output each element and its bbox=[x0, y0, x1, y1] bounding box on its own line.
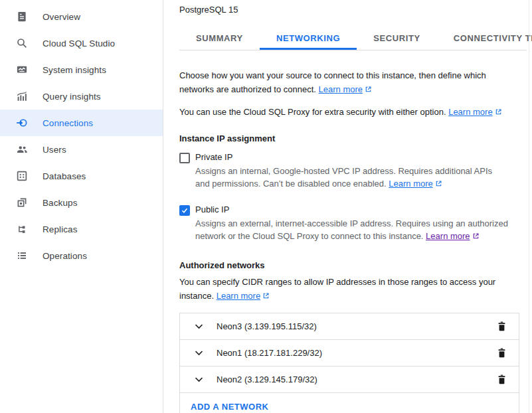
expand-network-button[interactable] bbox=[191, 345, 207, 361]
public-ip-label[interactable]: Public IP bbox=[195, 205, 527, 214]
databases-icon bbox=[16, 170, 28, 182]
sidebar-item-label: Backups bbox=[43, 198, 77, 208]
private-ip-option: Private IP Assigns an internal, Google-h… bbox=[179, 152, 527, 190]
authorized-networks-heading: Authorized networks bbox=[179, 260, 527, 270]
networking-intro-text: Choose how you want your source to conne… bbox=[179, 68, 510, 96]
sidebar-item-system-insights[interactable]: System insights bbox=[0, 56, 163, 83]
proxy-intro-text: You can use the Cloud SQL Proxy for extr… bbox=[179, 105, 527, 119]
chevron-down-icon bbox=[193, 321, 205, 332]
learn-more-link[interactable]: Learn more bbox=[319, 84, 363, 94]
sidebar-item-replicas[interactable]: Replicas bbox=[0, 216, 163, 242]
scrollbar-track-edge bbox=[529, 0, 529, 413]
sidebar-item-label: Query insights bbox=[43, 92, 101, 102]
tab-networking[interactable]: NETWORKING bbox=[260, 29, 357, 50]
sidebar-item-label: Replicas bbox=[43, 224, 78, 234]
sidebar-item-users[interactable]: Users bbox=[0, 136, 163, 163]
private-ip-description: Assigns an internal, Google-hosted VPC I… bbox=[195, 165, 506, 190]
instance-version-label: PostgreSQL 15 bbox=[179, 5, 527, 15]
trash-icon bbox=[496, 374, 507, 385]
sidebar-item-cloud-sql-studio[interactable]: Cloud SQL Studio bbox=[0, 30, 163, 56]
add-network-button[interactable]: ADD A NETWORK bbox=[191, 402, 268, 412]
network-name: Neon2 (3.129.145.179/32) bbox=[217, 374, 317, 384]
private-ip-checkbox[interactable] bbox=[179, 153, 190, 163]
delete-network-button[interactable] bbox=[493, 319, 509, 335]
delete-network-button[interactable] bbox=[493, 345, 509, 361]
public-ip-option: Public IP Assigns an external, internet-… bbox=[179, 205, 527, 242]
chevron-down-icon bbox=[193, 374, 205, 385]
sidebar-item-query-insights[interactable]: Query insights bbox=[0, 83, 163, 110]
learn-more-link[interactable]: Learn more bbox=[217, 291, 260, 301]
trash-icon bbox=[496, 321, 507, 332]
sidebar-item-label: Operations bbox=[43, 251, 87, 261]
external-link-icon bbox=[495, 108, 502, 116]
backups-icon bbox=[16, 197, 28, 208]
network-name: Neon1 (18.217.181.229/32) bbox=[217, 348, 322, 358]
add-network-row: ADD A NETWORK bbox=[180, 393, 519, 413]
expand-network-button[interactable] bbox=[191, 319, 207, 335]
sidebar-item-backups[interactable]: Backups bbox=[0, 189, 163, 216]
external-link-icon bbox=[262, 292, 270, 299]
external-link-icon bbox=[472, 232, 480, 240]
sidebar-item-label: Databases bbox=[43, 171, 86, 181]
system-insights-icon bbox=[16, 64, 28, 76]
private-ip-label[interactable]: Private IP bbox=[195, 152, 506, 162]
network-row: Neon3 (3.139.195.115/32) bbox=[180, 313, 519, 340]
public-ip-checkbox[interactable] bbox=[179, 205, 190, 216]
network-row: Neon1 (18.217.181.229/32) bbox=[180, 340, 519, 367]
sidebar-item-databases[interactable]: Databases bbox=[0, 163, 163, 189]
sidebar-item-label: System insights bbox=[43, 65, 106, 75]
sidebar-item-label: Connections bbox=[43, 118, 93, 128]
authorized-networks-description: You can specify CIDR ranges to allow IP … bbox=[179, 275, 509, 303]
description-text: Assigns an internal, Google-hosted VPC I… bbox=[195, 166, 492, 189]
operations-icon bbox=[16, 250, 28, 262]
sidebar-item-label: Cloud SQL Studio bbox=[43, 39, 115, 48]
search-icon bbox=[16, 37, 28, 49]
replicas-icon bbox=[16, 223, 28, 235]
network-name: Neon3 (3.139.195.115/32) bbox=[217, 321, 317, 331]
query-insights-icon bbox=[16, 90, 28, 102]
tab-security[interactable]: SECURITY bbox=[357, 29, 437, 50]
public-ip-description: Assigns an external, internet-accessible… bbox=[195, 217, 527, 242]
sidebar-item-operations[interactable]: Operations bbox=[0, 242, 163, 269]
tab-summary[interactable]: SUMMARY bbox=[179, 29, 260, 50]
sidebar-item-label: Users bbox=[43, 145, 66, 155]
sidebar: Overview Cloud SQL Studio System insight… bbox=[0, 0, 163, 413]
external-link-icon bbox=[435, 180, 442, 187]
external-link-icon bbox=[365, 86, 372, 93]
authorized-networks-list: Neon3 (3.139.195.115/32) Neon1 (18.217.1… bbox=[179, 313, 519, 413]
delete-network-button[interactable] bbox=[493, 372, 509, 388]
learn-more-link[interactable]: Learn more bbox=[426, 231, 470, 241]
intro-text: You can use the Cloud SQL Proxy for extr… bbox=[179, 107, 446, 117]
connections-icon bbox=[16, 117, 28, 129]
expand-network-button[interactable] bbox=[191, 372, 207, 388]
sidebar-item-overview[interactable]: Overview bbox=[0, 3, 163, 30]
tab-connectivity-tests[interactable]: CONNECTIVITY TESTS bbox=[437, 29, 532, 50]
learn-more-link[interactable]: Learn more bbox=[389, 179, 432, 189]
chevron-down-icon bbox=[193, 347, 205, 359]
sidebar-item-connections[interactable]: Connections bbox=[0, 110, 163, 136]
tab-bar: SUMMARY NETWORKING SECURITY CONNECTIVITY… bbox=[179, 29, 527, 50]
instance-ip-assignment-heading: Instance IP assignment bbox=[179, 133, 527, 143]
network-row: Neon2 (3.129.145.179/32) bbox=[180, 367, 519, 393]
learn-more-link[interactable]: Learn more bbox=[448, 107, 492, 117]
trash-icon bbox=[496, 347, 507, 359]
main-panel: PostgreSQL 15 SUMMARY NETWORKING SECURIT… bbox=[164, 0, 532, 413]
checkmark-icon bbox=[181, 206, 189, 215]
sidebar-item-label: Overview bbox=[43, 12, 80, 22]
overview-icon bbox=[16, 11, 28, 23]
users-icon bbox=[16, 143, 28, 155]
